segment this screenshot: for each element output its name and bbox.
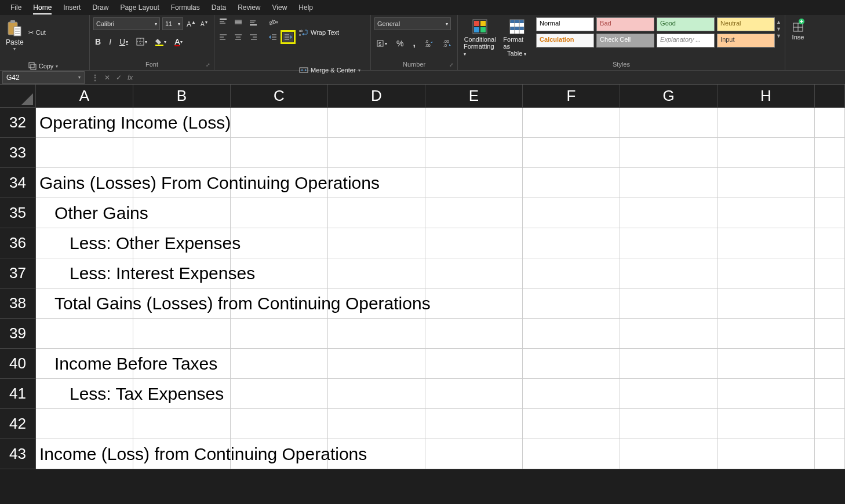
cell[interactable] — [815, 409, 845, 439]
dialog-launcher-icon[interactable]: ⤢ — [206, 62, 210, 68]
column-header-B[interactable]: B — [133, 85, 231, 108]
cell[interactable] — [425, 349, 523, 379]
column-header-A[interactable]: A — [36, 85, 133, 108]
cell[interactable] — [815, 198, 845, 228]
cell[interactable] — [133, 138, 231, 168]
cell[interactable] — [815, 138, 845, 168]
cell[interactable] — [133, 319, 231, 349]
tab-insert[interactable]: Insert — [57, 1, 86, 14]
cell[interactable] — [717, 379, 815, 409]
column-header-I[interactable] — [815, 85, 845, 108]
cell[interactable]: Income (Loss) from Continuing Operations — [36, 439, 133, 469]
decrease-font-size-button[interactable]: A▼ — [199, 19, 210, 28]
cell[interactable] — [425, 319, 523, 349]
tab-help[interactable]: Help — [293, 1, 319, 14]
cell[interactable] — [425, 108, 523, 138]
cut-button[interactable]: ✂ Cut — [28, 17, 81, 48]
percent-format-button[interactable]: % — [395, 37, 405, 50]
cell[interactable] — [425, 288, 523, 319]
cell-style-calculation[interactable]: Calculation — [536, 34, 594, 48]
row-header[interactable]: 41 — [0, 379, 36, 409]
cell[interactable] — [717, 228, 815, 258]
cell[interactable] — [523, 198, 620, 228]
orientation-button[interactable]: ab▾ — [268, 17, 278, 27]
cell[interactable] — [425, 409, 523, 439]
cell[interactable] — [815, 319, 845, 349]
cell[interactable] — [523, 379, 620, 409]
align-right-button[interactable] — [248, 32, 258, 42]
cell-style-neutral[interactable]: Neutral — [717, 17, 775, 31]
copy-button[interactable]: Copy ▾ — [28, 51, 81, 81]
cell[interactable] — [717, 198, 815, 228]
cell[interactable] — [425, 379, 523, 409]
font-color-button[interactable]: A▾ — [173, 36, 184, 48]
cell[interactable] — [523, 349, 620, 379]
cell[interactable] — [523, 138, 620, 168]
cell[interactable] — [36, 138, 133, 168]
align-top-button[interactable] — [218, 17, 228, 27]
cell[interactable] — [717, 108, 815, 138]
cell[interactable]: Other Gains — [36, 198, 133, 228]
cell[interactable]: Less: Other Expenses — [36, 228, 133, 258]
cell[interactable] — [425, 439, 523, 469]
accounting-format-button[interactable]: $▾ — [374, 37, 389, 50]
wrap-text-button[interactable]: abc Wrap Text — [299, 17, 360, 48]
cell[interactable] — [815, 228, 845, 258]
cell[interactable] — [231, 379, 328, 409]
cell[interactable] — [231, 198, 328, 228]
cell-style-normal[interactable]: Normal — [536, 17, 594, 31]
cell[interactable] — [328, 108, 425, 138]
cell[interactable] — [717, 319, 815, 349]
row-header[interactable]: 34 — [0, 168, 36, 198]
tab-home[interactable]: Home — [27, 1, 57, 14]
cell[interactable]: Total Gains (Losses) from Continuing Ope… — [36, 288, 133, 319]
cell[interactable] — [523, 258, 620, 288]
conditional-formatting-button[interactable]: Conditional Formatting ▾ — [461, 17, 498, 58]
align-left-button[interactable] — [218, 32, 228, 42]
cell[interactable] — [328, 198, 425, 228]
cell[interactable] — [815, 258, 845, 288]
cell[interactable] — [620, 349, 717, 379]
styles-scroll-up-button[interactable]: ▲ — [776, 19, 781, 25]
cell[interactable] — [36, 409, 133, 439]
tab-review[interactable]: Review — [232, 1, 266, 14]
font-size-select[interactable]: 11▾ — [162, 17, 183, 30]
cell[interactable] — [231, 138, 328, 168]
cell[interactable] — [815, 379, 845, 409]
cell-style-good[interactable]: Good — [657, 17, 715, 31]
cell[interactable] — [36, 319, 133, 349]
cell[interactable] — [620, 108, 717, 138]
styles-more-button[interactable]: ▼ — [776, 33, 781, 39]
paste-button[interactable]: Paste ▾ — [3, 17, 26, 53]
cell[interactable] — [717, 439, 815, 469]
insert-cells-button[interactable]: Inse — [789, 17, 807, 42]
increase-indent-button[interactable] — [283, 32, 293, 42]
cell[interactable] — [523, 168, 620, 198]
cell[interactable] — [523, 228, 620, 258]
cell[interactable] — [717, 138, 815, 168]
row-header[interactable]: 36 — [0, 228, 36, 258]
cell[interactable] — [815, 288, 845, 319]
cell[interactable] — [328, 349, 425, 379]
italic-button[interactable]: I — [107, 36, 113, 48]
cell[interactable] — [717, 409, 815, 439]
cell[interactable] — [231, 319, 328, 349]
cell[interactable] — [620, 409, 717, 439]
cell-style-explanatory[interactable]: Explanatory ... — [657, 34, 715, 48]
cell[interactable] — [620, 168, 717, 198]
cell[interactable] — [815, 349, 845, 379]
cell[interactable] — [231, 409, 328, 439]
column-header-E[interactable]: E — [425, 85, 523, 108]
row-header[interactable]: 33 — [0, 138, 36, 168]
cell[interactable]: Less: Tax Expenses — [36, 379, 133, 409]
row-header[interactable]: 32 — [0, 108, 36, 138]
cell[interactable] — [328, 138, 425, 168]
cell[interactable] — [523, 319, 620, 349]
cell[interactable] — [815, 439, 845, 469]
tab-data[interactable]: Data — [206, 1, 232, 14]
cell[interactable] — [717, 288, 815, 319]
cell[interactable] — [425, 198, 523, 228]
cell[interactable]: Income Before Taxes — [36, 349, 133, 379]
cell[interactable] — [523, 288, 620, 319]
underline-button[interactable]: U▾ — [118, 36, 130, 48]
